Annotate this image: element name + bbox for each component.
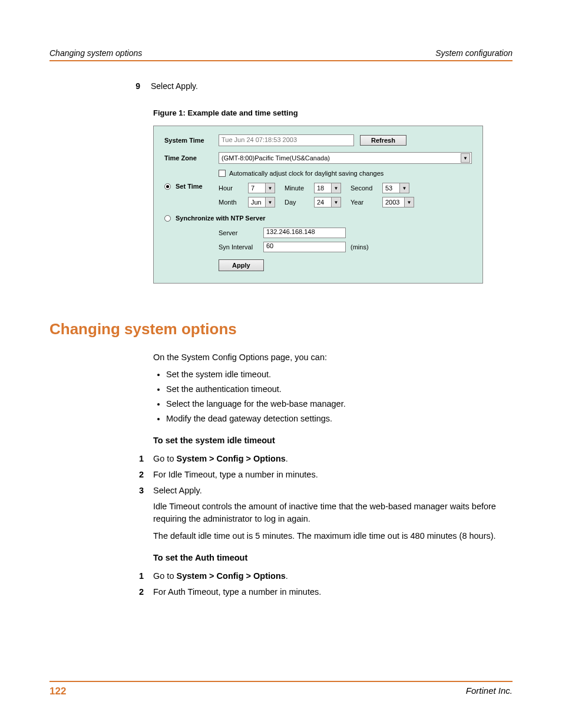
step-number: 2: [133, 469, 153, 481]
footer-company: Fortinet Inc.: [466, 686, 513, 697]
step-text: For Idle Timeout, type a number in minut…: [153, 469, 513, 481]
chevron-down-icon: ▼: [265, 183, 275, 193]
step-9-text: Select Apply.: [151, 81, 513, 91]
step-text: Select Apply.: [153, 485, 513, 497]
dst-label: Automatically adjust clock for daylight …: [229, 170, 384, 177]
time-zone-select[interactable]: (GMT-8:00)Pacific Time(US&Canada) ▼: [219, 152, 472, 164]
hour-select[interactable]: 7▼: [248, 183, 275, 193]
minute-select[interactable]: 18▼: [314, 183, 341, 193]
chevron-down-icon: ▼: [265, 197, 275, 207]
year-label: Year: [351, 199, 382, 206]
syn-interval-units: (mins): [351, 243, 369, 251]
ntp-radio[interactable]: [164, 215, 171, 222]
option-item: Modify the dead gateway detection settin…: [166, 413, 513, 425]
option-item: Set the system idle timeout.: [166, 368, 513, 381]
time-settings-panel: System Time Tue Jun 24 07:18:53 2003 Ref…: [153, 126, 483, 284]
figure-caption: Figure 1: Example date and time setting: [153, 108, 513, 117]
hour-label: Hour: [219, 185, 248, 192]
idle-paragraph-2: The default idle time out is 5 minutes. …: [153, 530, 513, 542]
month-label: Month: [219, 199, 248, 206]
step-number: 1: [133, 570, 153, 582]
ntp-label: Synchronize with NTP Server: [176, 215, 266, 222]
set-time-radio[interactable]: [164, 183, 171, 190]
second-label: Second: [351, 185, 382, 192]
step-number: 2: [133, 586, 153, 598]
apply-button[interactable]: Apply: [219, 259, 264, 271]
chevron-down-icon: ▼: [399, 183, 409, 193]
minute-label: Minute: [285, 185, 314, 192]
intro-text: On the System Config Options page, you c…: [153, 351, 513, 364]
time-zone-value: (GMT-8:00)Pacific Time(US&Canada): [222, 154, 330, 162]
step-number: 1: [133, 453, 153, 465]
chevron-down-icon: ▼: [461, 153, 470, 163]
syn-interval-input[interactable]: 60: [263, 242, 346, 252]
idle-timeout-heading: To set the system idle timeout: [153, 434, 513, 447]
ntp-server-input[interactable]: 132.246.168.148: [263, 228, 346, 238]
dst-checkbox[interactable]: [219, 170, 226, 177]
time-zone-label: Time Zone: [164, 154, 219, 162]
header-left: Changing system options: [49, 48, 142, 58]
section-heading: Changing system options: [49, 320, 513, 338]
step-number: 3: [133, 485, 153, 497]
step-text: Go to System > Config > Options.: [153, 453, 513, 465]
day-select[interactable]: 24▼: [314, 197, 341, 207]
auth-timeout-heading: To set the Auth timeout: [153, 552, 513, 564]
option-item: Set the authentication timeout.: [166, 383, 513, 396]
system-time-label: System Time: [164, 137, 219, 144]
day-label: Day: [285, 199, 314, 206]
ntp-server-label: Server: [219, 229, 263, 236]
chevron-down-icon: ▼: [331, 197, 340, 207]
page-number: 122: [49, 686, 66, 697]
option-item: Select the language for the web-base man…: [166, 398, 513, 410]
chevron-down-icon: ▼: [404, 197, 414, 207]
syn-interval-label: Syn Interval: [219, 243, 263, 251]
set-time-label: Set Time: [176, 183, 203, 190]
step-text: Go to System > Config > Options.: [153, 570, 513, 582]
chevron-down-icon: ▼: [331, 183, 340, 193]
second-select[interactable]: 53▼: [382, 183, 409, 193]
step-text: For Auth Timeout, type a number in minut…: [153, 586, 513, 598]
year-select[interactable]: 2003▼: [382, 197, 414, 207]
step-9-number: 9: [132, 81, 151, 91]
refresh-button[interactable]: Refresh: [360, 135, 406, 146]
month-select[interactable]: Jun▼: [248, 197, 275, 207]
idle-paragraph-1: Idle Timeout controls the amount of inac…: [153, 500, 513, 525]
system-time-value: Tue Jun 24 07:18:53 2003: [219, 134, 354, 146]
header-right: System configuration: [435, 48, 513, 58]
